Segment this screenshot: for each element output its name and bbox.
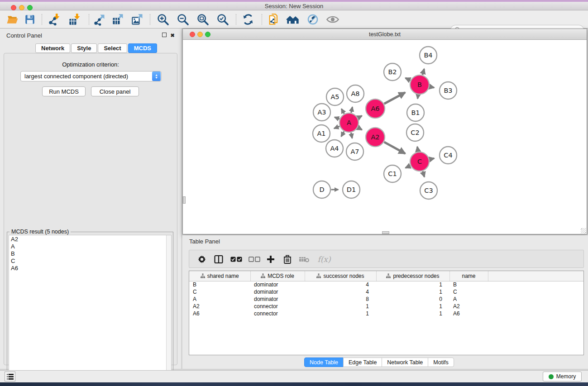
import-network-icon[interactable] <box>48 13 61 26</box>
table-cell[interactable]: C <box>449 288 488 295</box>
deselect-all-checkboxes-icon[interactable] <box>247 253 262 266</box>
graph-edge-A-A7[interactable] <box>351 133 352 138</box>
mcds-result-item[interactable]: A <box>11 243 169 250</box>
graph-node-D1[interactable]: D1 <box>343 181 360 198</box>
network-canvas[interactable]: B4B2BB3A8A5A6A3B1AA1C2A2A4A7C4CC1C3DD1 <box>183 40 587 234</box>
table-cell[interactable]: B <box>449 281 488 288</box>
delete-table-icon[interactable] <box>297 253 311 266</box>
table-cell[interactable]: 1 <box>376 310 449 317</box>
table-row[interactable]: Adominator80A <box>189 295 583 303</box>
table-cell[interactable] <box>488 281 583 288</box>
open-session-icon[interactable] <box>6 13 19 26</box>
graph-edge-C-C1[interactable] <box>406 166 411 168</box>
table-cell[interactable]: A2 <box>449 303 488 310</box>
table-cell[interactable] <box>488 310 583 317</box>
table-cell[interactable] <box>488 295 583 303</box>
graph-edge-B-B3[interactable] <box>430 87 434 88</box>
export-table-icon[interactable] <box>111 13 125 26</box>
table-cell[interactable] <box>488 303 583 310</box>
mcds-result-item[interactable]: A6 <box>11 265 169 272</box>
graph-node-C2[interactable]: C2 <box>406 124 424 141</box>
mcds-result-list[interactable]: A2ABCA6 <box>9 235 172 384</box>
splitter-handle-left[interactable] <box>183 196 186 204</box>
column-header-predecessor-nodes[interactable]: predecessor nodes <box>376 271 449 281</box>
graph-node-A3[interactable]: A3 <box>313 104 330 121</box>
tab-motifs[interactable]: Motifs <box>428 357 454 367</box>
graph-edge-A-A2[interactable] <box>358 128 362 130</box>
table-row[interactable]: A2connector11A2 <box>189 303 583 310</box>
graph-node-B4[interactable]: B4 <box>420 47 437 64</box>
table-cell[interactable]: 0 <box>376 295 449 303</box>
graph-edge-A2-C[interactable] <box>384 142 405 154</box>
graph-node-D[interactable]: D <box>313 181 330 198</box>
graph-node-B2[interactable]: B2 <box>384 63 401 81</box>
table-cell[interactable]: connector <box>250 303 305 310</box>
export-network-icon[interactable] <box>93 13 106 26</box>
zoom-in-icon[interactable] <box>156 13 170 26</box>
settings-gear-icon[interactable] <box>195 253 209 266</box>
mcds-result-item[interactable]: A2 <box>11 236 169 243</box>
table-cell[interactable]: A6 <box>449 310 488 317</box>
table-row[interactable]: A6connector11A6 <box>189 310 583 317</box>
function-builder-icon[interactable]: f(x) <box>314 253 334 266</box>
graph-node-C1[interactable]: C1 <box>384 165 401 182</box>
table-cell[interactable]: C <box>189 288 250 295</box>
graph-node-C3[interactable]: C3 <box>420 182 437 199</box>
column-header-name[interactable]: name <box>449 271 488 281</box>
resize-grip[interactable] <box>581 228 586 234</box>
table-cell[interactable]: A6 <box>189 310 250 317</box>
table-cell[interactable]: 8 <box>305 295 376 303</box>
table-cell[interactable]: 1 <box>376 288 449 295</box>
export-image-icon[interactable] <box>131 13 144 26</box>
tab-select[interactable]: Select <box>98 43 127 53</box>
table-cell[interactable]: A <box>449 295 488 303</box>
graph-edge-A-A6[interactable] <box>358 116 362 118</box>
delete-column-icon[interactable] <box>280 253 295 266</box>
table-cell[interactable]: 1 <box>305 303 376 310</box>
import-table-icon[interactable] <box>68 13 81 26</box>
graph-node-A8[interactable]: A8 <box>347 85 364 102</box>
graph-node-A[interactable]: A <box>339 113 359 132</box>
mcds-result-item[interactable]: B <box>11 250 169 257</box>
table-cell[interactable]: B <box>189 281 250 288</box>
graph-node-A1[interactable]: A1 <box>313 125 330 142</box>
criterion-select[interactable]: largest connected component (directed) ▲… <box>20 71 162 81</box>
refresh-icon[interactable] <box>241 13 255 26</box>
column-header-mcds-role[interactable]: MCDS role <box>250 271 305 281</box>
graph-node-C[interactable]: C <box>410 152 429 171</box>
show-column-icon[interactable] <box>211 253 226 266</box>
table-cell[interactable] <box>488 288 583 295</box>
graph-edge-A-A1[interactable] <box>334 126 339 129</box>
graph-node-A5[interactable]: A5 <box>326 88 344 105</box>
scrollbar-track[interactable] <box>166 235 171 384</box>
run-mcds-button[interactable]: Run MCDS <box>42 86 86 96</box>
tab-style[interactable]: Style <box>71 43 97 53</box>
home-icon[interactable] <box>286 13 300 26</box>
graph-node-A2[interactable]: A2 <box>366 128 385 147</box>
graph-edge-A-A8[interactable] <box>351 107 353 113</box>
tab-node-table[interactable]: Node Table <box>304 357 344 367</box>
graph-node-A4[interactable]: A4 <box>326 140 343 157</box>
graph-edge-C-C4[interactable] <box>430 158 434 159</box>
table-cell[interactable]: A2 <box>189 303 250 310</box>
splitter-handle-bottom[interactable] <box>382 231 389 234</box>
graph-edge-B-B4[interactable] <box>422 69 424 75</box>
column-header-successor-nodes[interactable]: successor nodes <box>305 271 376 281</box>
show-graphics-details-icon[interactable] <box>326 13 339 26</box>
graph-node-B[interactable]: B <box>410 75 429 94</box>
graph-edge-A6-B[interactable] <box>384 92 405 104</box>
hide-graphics-details-icon[interactable] <box>306 13 320 26</box>
graph-edge-A-A5[interactable] <box>341 109 344 114</box>
graph-node-B1[interactable]: B1 <box>407 104 424 121</box>
column-header-shared-name[interactable]: shared name <box>189 271 250 281</box>
tab-mcds[interactable]: MCDS <box>128 43 157 53</box>
table-cell[interactable]: dominator <box>250 288 305 295</box>
graph-edge-C-C3[interactable] <box>423 171 425 176</box>
network-window-titlebar[interactable]: testGlobe.txt <box>183 29 587 40</box>
table-cell[interactable]: A <box>189 295 250 303</box>
zoom-out-icon[interactable] <box>176 13 190 26</box>
save-session-icon[interactable] <box>23 13 37 26</box>
graph-edge-C-C2[interactable] <box>417 147 418 152</box>
table-cell[interactable]: 4 <box>305 281 376 288</box>
select-all-checkboxes-icon[interactable] <box>229 253 244 266</box>
